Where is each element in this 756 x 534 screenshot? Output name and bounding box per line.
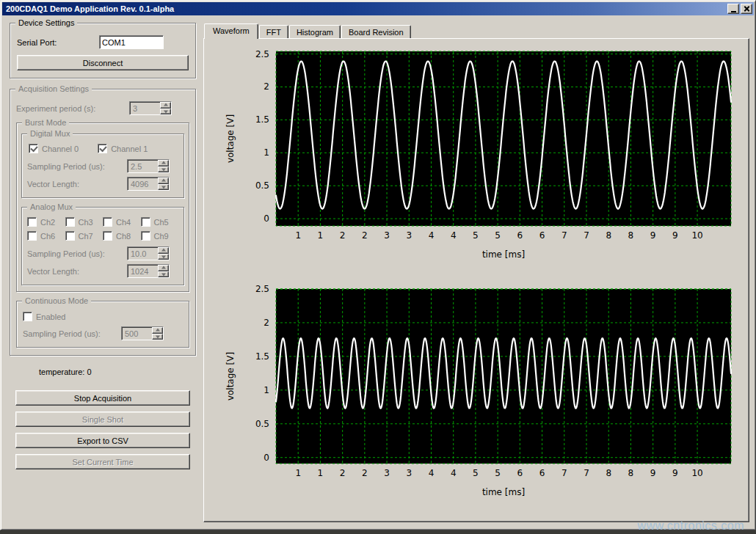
svg-text:voltage [V]: voltage [V] (225, 352, 236, 400)
digital-channels-row: Channel 0 Channel 1 (29, 144, 178, 153)
digital-sampling-period-label: Sampling Period (us): (27, 162, 127, 171)
spin-down-icon (158, 271, 169, 278)
ch8-checkbox-box (103, 231, 112, 241)
svg-text:3: 3 (406, 230, 412, 241)
action-buttons: Stop Acquisition Single Shot Export to C… (10, 390, 196, 469)
svg-text:2.5: 2.5 (255, 49, 269, 59)
svg-text:1: 1 (318, 230, 324, 241)
minimize-button[interactable] (727, 4, 739, 14)
svg-text:8: 8 (606, 468, 611, 478)
svg-text:6: 6 (539, 468, 545, 478)
svg-text:2: 2 (340, 230, 346, 241)
analog-mux-group: Analog Mux Ch2 Ch3 Ch4 Ch5 Ch6 Ch7 Ch8 C… (21, 207, 184, 285)
waveform-chart-bottom: 1122334455667788991000.511.522.5voltage … (211, 285, 737, 505)
digital-mux-group: Digital Mux Channel 0 Channel 1 Sampling… (21, 134, 184, 198)
checkbox-ch8: Ch8 (103, 231, 141, 241)
stop-acquisition-button[interactable]: Stop Acquisition (15, 390, 190, 406)
analog-sampling-period-spinner: 10.0 (127, 246, 170, 260)
analog-sampling-period-value: 10.0 (128, 247, 158, 260)
svg-text:1: 1 (263, 385, 269, 395)
ch7-label: Ch7 (79, 232, 93, 241)
svg-text:4: 4 (429, 468, 435, 478)
svg-text:2: 2 (340, 468, 346, 478)
svg-text:0.5: 0.5 (255, 180, 269, 191)
spin-up-icon (160, 102, 171, 109)
channel-0-label: Channel 0 (42, 145, 79, 153)
svg-text:voltage [V]: voltage [V] (225, 114, 236, 163)
svg-text:time [ms]: time [ms] (482, 487, 525, 497)
spin-down-icon (158, 184, 169, 191)
continuous-sampling-period-row: Sampling Period (us): 500 (23, 326, 183, 340)
svg-text:0: 0 (263, 213, 269, 224)
checkbox-ch7: Ch7 (65, 231, 103, 241)
svg-text:3: 3 (384, 468, 390, 478)
continuous-sampling-period-label: Sampling Period (us): (23, 329, 121, 338)
analog-mux-legend: Analog Mux (27, 202, 76, 211)
analog-sampling-period-row: Sampling Period (us): 10.0 (27, 246, 178, 260)
ch2-checkbox-box (27, 217, 37, 227)
ch5-checkbox-box (141, 217, 150, 227)
serial-port-input[interactable]: COM1 (99, 35, 164, 49)
spin-up-icon (158, 247, 169, 254)
svg-text:7: 7 (561, 468, 567, 478)
digital-sampling-period-value: 2.5 (128, 160, 158, 172)
ch6-checkbox-box (27, 231, 37, 241)
enabled-checkbox: Enabled (23, 312, 183, 321)
waveform-chart-top: 1122334455667788991000.511.522.5voltage … (211, 48, 737, 268)
single-shot-button: Single Shot (15, 412, 190, 427)
svg-text:1.5: 1.5 (255, 351, 269, 362)
device-settings-group: Device Settings Serial Port: COM1 Discon… (10, 23, 196, 78)
ch7-checkbox-box (65, 231, 75, 241)
svg-text:7: 7 (584, 468, 589, 478)
digital-vector-length-row: Vector Length: 4096 (27, 177, 178, 191)
channel-1-checkbox-box (98, 144, 107, 153)
export-to-csv-button[interactable]: Export to CSV (15, 433, 190, 448)
checkbox-ch9: Ch9 (141, 231, 179, 241)
enabled-label: Enabled (36, 312, 65, 321)
spinner-buttons (158, 160, 169, 172)
continuous-mode-group: Continuous Mode Enabled Sampling Period … (16, 301, 189, 348)
ch5-label: Ch5 (154, 218, 169, 227)
app-window: 200CDAQ1 Demo Application Rev. 0.1-alpha… (0, 0, 756, 530)
serial-port-label: Serial Port: (17, 38, 99, 47)
svg-text:2: 2 (263, 81, 269, 92)
svg-text:8: 8 (628, 468, 634, 478)
title-bar[interactable]: 200CDAQ1 Demo Application Rev. 0.1-alpha (2, 2, 754, 15)
spinner-buttons (158, 265, 169, 277)
checkbox-ch6: Ch6 (27, 231, 65, 241)
svg-text:2: 2 (263, 318, 269, 328)
window-title: 200CDAQ1 Demo Application Rev. 0.1-alpha (6, 4, 726, 13)
tab-histogram[interactable]: Histogram (289, 25, 341, 38)
spin-down-icon (152, 334, 163, 340)
svg-text:2.5: 2.5 (255, 285, 269, 294)
tab-board-revision[interactable]: Board Revision (341, 25, 411, 38)
svg-text:9: 9 (672, 230, 678, 241)
svg-text:4: 4 (429, 230, 435, 241)
svg-text:6: 6 (539, 230, 545, 241)
tab-waveform[interactable]: Waveform (204, 23, 258, 39)
experiment-period-label: Experiment period (s): (16, 104, 129, 113)
svg-text:8: 8 (606, 230, 611, 241)
checkbox-ch3: Ch3 (65, 217, 103, 227)
svg-text:10: 10 (691, 468, 702, 478)
experiment-period-row: Experiment period (s): 3 (16, 101, 189, 115)
analog-vector-length-spinner: 1024 (127, 264, 170, 278)
spin-up-icon (158, 160, 169, 167)
svg-text:1: 1 (295, 230, 301, 241)
spin-up-icon (158, 178, 169, 184)
analog-sampling-period-label: Sampling Period (us): (27, 249, 127, 258)
ch8-label: Ch8 (116, 232, 131, 241)
digital-mux-legend: Digital Mux (27, 129, 73, 138)
tab-fft[interactable]: FFT (259, 25, 288, 38)
ch3-label: Ch3 (79, 218, 93, 227)
close-icon (744, 6, 750, 12)
temperature-status: temperature: 0 (39, 367, 196, 376)
spinner-buttons (152, 327, 163, 340)
spin-down-icon (160, 109, 171, 115)
close-button[interactable] (741, 4, 752, 14)
spinner-buttons (160, 102, 171, 114)
disconnect-button[interactable]: Disconnect (17, 55, 189, 70)
experiment-period-value: 3 (130, 102, 160, 114)
experiment-period-spinner: 3 (129, 101, 172, 115)
digital-vector-length-label: Vector Length: (27, 180, 127, 189)
